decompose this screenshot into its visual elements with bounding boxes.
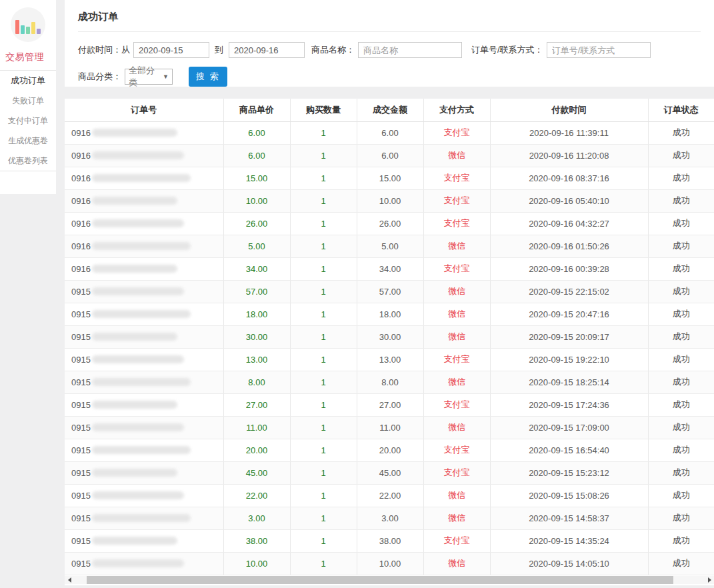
filter-panel: 成功订单 付款时间：从 到 商品名称： 订单号/联系方式： 商品分类： 全部分类… [65, 0, 714, 87]
order-id-prefix: 0916 [71, 173, 91, 183]
unit-price-cell: 15.00 [223, 167, 290, 189]
order-id-cell: 0915 [65, 507, 223, 529]
order-id-prefix: 0915 [71, 287, 91, 297]
amount-cell: 11.00 [357, 416, 423, 439]
payment-method-cell: 微信 [423, 552, 490, 575]
order-status-cell: 成功 [648, 325, 714, 348]
order-id-redacted [92, 355, 184, 363]
bar-chart-logo-icon [11, 7, 45, 42]
order-contact-input[interactable] [547, 42, 651, 58]
pay-time-cell: 2020-09-15 14:58:37 [490, 507, 648, 529]
unit-price-cell: 26.00 [223, 212, 290, 235]
date-to-input[interactable] [229, 42, 305, 58]
quantity-cell: 1 [290, 461, 357, 484]
amount-cell: 34.00 [357, 257, 423, 280]
table-header-row: 订单号 商品单价 购买数量 成交金额 支付方式 付款时间 订单状态 [65, 99, 714, 121]
payment-method-cell: 支付宝 [423, 461, 490, 484]
order-id-cell: 0915 [65, 393, 223, 416]
sidebar-item-generate-coupon[interactable]: 生成优惠卷 [0, 131, 56, 151]
sidebar-item-failed-orders[interactable]: 失败订单 [0, 91, 56, 111]
page-title: 成功订单 [78, 8, 701, 31]
order-status-cell: 成功 [648, 167, 714, 189]
amount-cell: 45.00 [357, 461, 423, 484]
order-id-redacted [92, 242, 191, 250]
amount-cell: 6.00 [357, 121, 423, 144]
search-button[interactable]: 搜 索 [189, 67, 227, 87]
col-header-pay-time: 付款时间 [490, 99, 648, 121]
pay-time-cell: 2020-09-16 11:20:08 [490, 144, 648, 167]
order-status-cell: 成功 [648, 144, 714, 167]
title-divider [78, 31, 701, 32]
payment-method-cell: 微信 [423, 416, 490, 439]
sidebar: 交易管理 成功订单 失败订单 支付中订单 生成优惠卷 优惠卷列表 [0, 0, 56, 194]
payment-method-cell: 微信 [423, 280, 490, 303]
quantity-cell: 1 [290, 189, 357, 212]
logo-bar [31, 22, 35, 34]
order-status-cell: 成功 [648, 439, 714, 461]
orders-table: 订单号 商品单价 购买数量 成交金额 支付方式 付款时间 订单状态 0916 6… [65, 99, 714, 575]
amount-cell: 15.00 [357, 167, 423, 189]
table-row: 0915 18.00 1 18.00 微信 2020-09-15 20:47:1… [65, 303, 714, 325]
table-row: 0915 13.00 1 13.00 支付宝 2020-09-15 19:22:… [65, 348, 714, 371]
order-id-prefix: 0915 [71, 332, 91, 342]
order-id-prefix: 0915 [71, 309, 91, 319]
table-row: 0915 30.00 1 30.00 微信 2020-09-15 20:09:1… [65, 325, 714, 348]
sidebar-item-coupon-list[interactable]: 优惠卷列表 [0, 151, 56, 171]
order-id-redacted [92, 310, 191, 318]
date-from-input[interactable] [133, 42, 209, 58]
order-id-prefix: 0916 [71, 264, 91, 274]
quantity-cell: 1 [290, 507, 357, 529]
table-row: 0915 3.00 1 3.00 微信 2020-09-15 14:58:37 … [65, 507, 714, 529]
unit-price-cell: 10.00 [223, 189, 290, 212]
pay-time-cell: 2020-09-15 17:24:36 [490, 393, 648, 416]
order-id-prefix: 0916 [71, 219, 91, 229]
logo-bar [37, 29, 41, 34]
order-status-cell: 成功 [648, 189, 714, 212]
order-id-redacted [92, 514, 191, 522]
table-row: 0916 5.00 1 5.00 微信 2020-09-16 01:50:26 … [65, 235, 714, 257]
pay-time-cell: 2020-09-15 20:09:17 [490, 325, 648, 348]
filter-row-2: 商品分类： 全部分类 ▼ 搜 索 [78, 67, 701, 87]
order-status-cell: 成功 [648, 507, 714, 529]
order-status-cell: 成功 [648, 303, 714, 325]
category-select[interactable]: 全部分类 ▼ [125, 69, 173, 85]
product-name-input[interactable] [358, 42, 462, 58]
order-id-cell: 0915 [65, 280, 223, 303]
order-status-cell: 成功 [648, 484, 714, 507]
table-row: 0916 15.00 1 15.00 支付宝 2020-09-16 08:37:… [65, 167, 714, 189]
order-id-redacted [92, 219, 184, 227]
amount-cell: 22.00 [357, 484, 423, 507]
orders-tbody: 0916 6.00 1 6.00 支付宝 2020-09-16 11:39:11… [65, 121, 714, 575]
scroll-left-arrow-icon[interactable] [65, 576, 74, 584]
scrollbar-thumb[interactable] [87, 576, 673, 584]
scrollbar-track[interactable] [74, 576, 705, 584]
chevron-down-icon: ▼ [163, 73, 169, 80]
quantity-cell: 1 [290, 167, 357, 189]
amount-cell: 57.00 [357, 280, 423, 303]
main-content: 成功订单 付款时间：从 到 商品名称： 订单号/联系方式： 商品分类： 全部分类… [65, 0, 714, 588]
amount-cell: 8.00 [357, 371, 423, 393]
unit-price-cell: 10.00 [223, 552, 290, 575]
payment-method-cell: 微信 [423, 507, 490, 529]
amount-cell: 10.00 [357, 552, 423, 575]
payment-method-cell: 支付宝 [423, 348, 490, 371]
table-row: 0916 26.00 1 26.00 支付宝 2020-09-16 04:32:… [65, 212, 714, 235]
payment-method-cell: 支付宝 [423, 257, 490, 280]
quantity-cell: 1 [290, 484, 357, 507]
sidebar-item-success-orders[interactable]: 成功订单 [0, 71, 56, 91]
order-status-cell: 成功 [648, 529, 714, 552]
order-id-redacted [92, 378, 191, 386]
payment-method-cell: 微信 [423, 325, 490, 348]
unit-price-cell: 38.00 [223, 529, 290, 552]
quantity-cell: 1 [290, 144, 357, 167]
scroll-right-arrow-icon[interactable] [705, 576, 714, 584]
sidebar-section-title: 交易管理 [0, 42, 56, 70]
product-name-label: 商品名称： [311, 44, 355, 56]
horizontal-scrollbar[interactable] [65, 576, 714, 584]
pay-time-cell: 2020-09-15 18:25:14 [490, 371, 648, 393]
sidebar-item-paying-orders[interactable]: 支付中订单 [0, 111, 56, 131]
order-id-prefix: 0915 [71, 377, 91, 387]
amount-cell: 20.00 [357, 439, 423, 461]
pay-time-label: 付款时间：从 [78, 44, 130, 56]
pay-time-cell: 2020-09-15 14:35:24 [490, 529, 648, 552]
